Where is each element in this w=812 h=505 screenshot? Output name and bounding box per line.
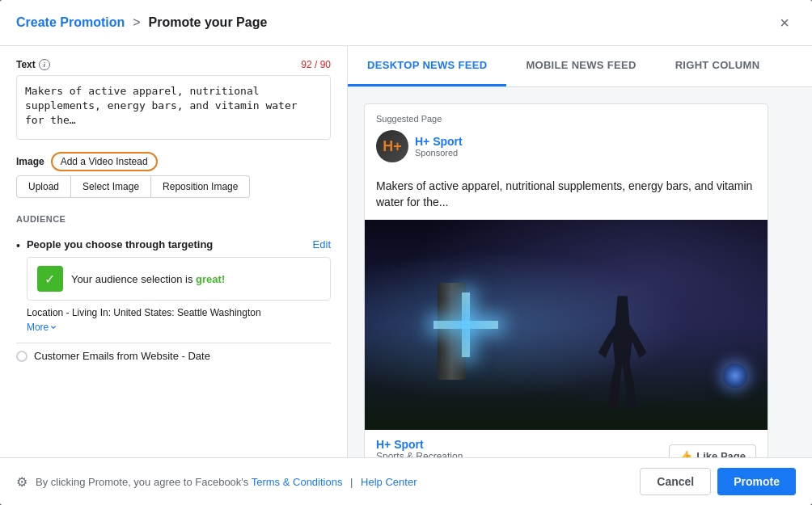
footer-disclaimer: By clicking Promote, you agree to Facebo… bbox=[36, 476, 417, 488]
modal-header: Create Promotion > Promote your Page × bbox=[0, 0, 812, 46]
ad-image-background bbox=[365, 220, 768, 430]
edit-link[interactable]: Edit bbox=[313, 238, 331, 250]
like-page-label: Like Page bbox=[696, 450, 746, 457]
energy-ball-decoration bbox=[723, 364, 747, 388]
player-body bbox=[590, 280, 655, 409]
audience-targeting-item: • People you choose through targeting Ed… bbox=[16, 234, 331, 338]
image-buttons: Upload Select Image Reposition Image bbox=[16, 175, 331, 198]
ad-card-header: Suggested Page H+ H+ Sport Sponsored bbox=[365, 104, 768, 172]
breadcrumb-separator: > bbox=[133, 15, 140, 30]
modal-footer: ⚙ By clicking Promote, you agree to Face… bbox=[0, 457, 812, 505]
audience-item-content: People you choose through targeting Edit… bbox=[27, 238, 331, 333]
text-label: Text bbox=[16, 59, 36, 70]
page-info: H+ Sport Sponsored bbox=[415, 135, 756, 158]
ad-image bbox=[365, 220, 768, 430]
breadcrumb-current: Promote your Page bbox=[149, 15, 268, 30]
audience-item-header: People you choose through targeting Edit bbox=[27, 238, 331, 250]
footer-page-name[interactable]: H+ Sport bbox=[376, 438, 669, 451]
breadcrumb: Create Promotion > Promote your Page bbox=[16, 15, 267, 30]
tab-right-column[interactable]: RIGHT COLUMN bbox=[656, 46, 780, 86]
green-check-icon: ✓ bbox=[37, 266, 63, 292]
sponsored-label: Sponsored bbox=[415, 148, 756, 158]
breadcrumb-link[interactable]: Create Promotion bbox=[16, 15, 125, 30]
left-panel: Text i 92 / 90 (function() { const d = J… bbox=[0, 46, 348, 457]
ad-card: Suggested Page H+ H+ Sport Sponsored bbox=[364, 103, 768, 457]
ad-text: Makers of active apparel, nutritional su… bbox=[365, 172, 768, 220]
right-panel: DESKTOP NEWS FEED MOBILE NEWS FEED RIGHT… bbox=[348, 46, 812, 457]
footer-left: ⚙ By clicking Promote, you agree to Face… bbox=[16, 474, 417, 490]
footer-right: Cancel Promote bbox=[640, 468, 796, 495]
select-image-button[interactable]: Select Image bbox=[71, 175, 151, 198]
text-field-label: Text i 92 / 90 bbox=[16, 59, 331, 70]
like-page-button[interactable]: 👍 Like Page bbox=[669, 444, 756, 457]
char-count: 92 / 90 bbox=[301, 59, 331, 70]
footer-page-info: H+ Sport Sports & Recreation 215 people … bbox=[376, 438, 669, 457]
thumbs-up-icon: 👍 bbox=[679, 450, 692, 457]
tabs-bar: DESKTOP NEWS FEED MOBILE NEWS FEED RIGHT… bbox=[348, 46, 812, 87]
close-button[interactable]: × bbox=[773, 11, 796, 34]
upload-button[interactable]: Upload bbox=[16, 175, 71, 198]
customer-emails-item: Customer Emails from Website - Date bbox=[16, 343, 331, 368]
location-text: Location - Living In: United States: Sea… bbox=[27, 307, 331, 318]
footer-pipe: | bbox=[350, 476, 353, 488]
terms-conditions-link[interactable]: Terms & Conditions bbox=[252, 476, 343, 488]
preview-area: Suggested Page H+ H+ Sport Sponsored bbox=[348, 87, 812, 457]
audience-selection-box: ✓ Your audience selection is great! bbox=[27, 257, 331, 301]
suggested-label: Suggested Page bbox=[376, 114, 756, 124]
player-silhouette bbox=[598, 296, 647, 409]
customer-emails-radio[interactable] bbox=[16, 351, 27, 362]
audience-section: AUDIENCE • People you choose through tar… bbox=[16, 214, 331, 368]
tab-mobile-news-feed[interactable]: MOBILE NEWS FEED bbox=[506, 46, 655, 86]
chevron-down-icon bbox=[50, 324, 57, 330]
ad-card-footer: H+ Sport Sports & Recreation 215 people … bbox=[365, 430, 768, 457]
soccer-player-decoration bbox=[590, 280, 655, 409]
text-info-icon[interactable]: i bbox=[39, 59, 50, 70]
more-label: More bbox=[27, 322, 49, 333]
audience-great-word: great! bbox=[196, 273, 225, 285]
hplus-logo: H+ bbox=[383, 138, 402, 155]
text-input[interactable] bbox=[16, 75, 331, 140]
bullet-icon: • bbox=[16, 239, 20, 252]
create-promotion-modal: Create Promotion > Promote your Page × T… bbox=[0, 0, 812, 505]
gear-icon[interactable]: ⚙ bbox=[16, 474, 27, 490]
audience-status: Your audience selection is great! bbox=[71, 273, 225, 285]
avatar: H+ bbox=[376, 130, 408, 162]
video-pill-label[interactable]: Add a Video Instead bbox=[51, 152, 158, 171]
customer-emails-label: Customer Emails from Website - Date bbox=[34, 350, 210, 362]
page-name[interactable]: H+ Sport bbox=[415, 135, 756, 148]
ad-page-row: H+ H+ Sport Sponsored bbox=[376, 130, 756, 162]
audience-good-text: Your audience selection is great! bbox=[71, 273, 225, 285]
targeting-label: People you choose through targeting bbox=[27, 238, 213, 250]
more-link[interactable]: More bbox=[27, 322, 331, 333]
help-center-link[interactable]: Help Center bbox=[361, 476, 417, 488]
reposition-image-button[interactable]: Reposition Image bbox=[151, 175, 250, 198]
tab-desktop-news-feed[interactable]: DESKTOP NEWS FEED bbox=[348, 46, 506, 86]
cancel-button[interactable]: Cancel bbox=[640, 468, 711, 495]
avatar-inner: H+ bbox=[376, 130, 408, 162]
promote-button[interactable]: Promote bbox=[717, 468, 796, 495]
image-section: Image Add a Video Instead Upload Select … bbox=[16, 155, 331, 198]
image-label-row: Image Add a Video Instead bbox=[16, 155, 331, 167]
audience-title: AUDIENCE bbox=[16, 214, 331, 224]
cross-horizontal bbox=[433, 321, 498, 329]
video-badge[interactable]: Add a Video Instead bbox=[51, 155, 158, 167]
modal-body: Text i 92 / 90 (function() { const d = J… bbox=[0, 46, 812, 457]
image-label: Image bbox=[16, 156, 44, 167]
footer-page-category: Sports & Recreation bbox=[376, 451, 669, 457]
